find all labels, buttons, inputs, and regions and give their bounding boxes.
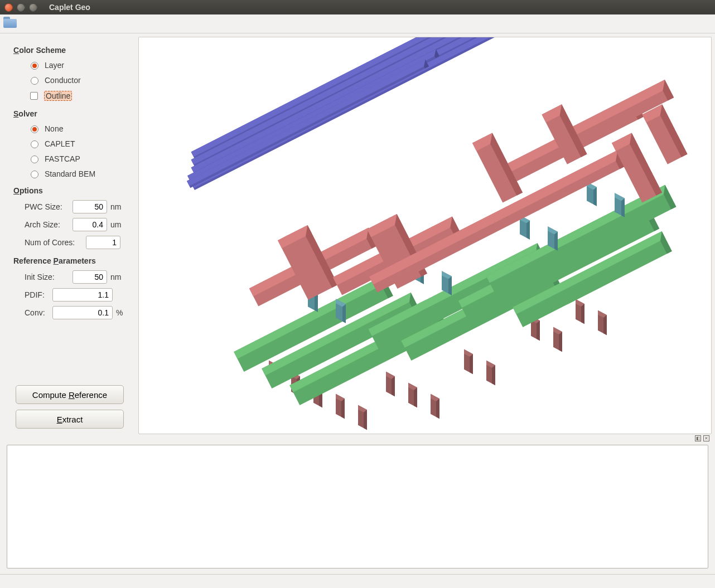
radio-caplet-label: CAPLET <box>45 139 75 148</box>
conv-label: Conv: <box>25 308 49 317</box>
pdif-label: PDIF: <box>25 290 49 299</box>
color-scheme-title: Color Scheme <box>13 46 131 55</box>
window-close-button[interactable] <box>4 3 13 12</box>
extract-button[interactable]: Extract <box>16 410 124 429</box>
pwc-size-unit: nm <box>110 202 121 211</box>
dock-detach-icon[interactable]: ◧ <box>695 435 701 441</box>
window-title: Caplet Geo <box>49 3 90 12</box>
init-size-unit: nm <box>110 273 121 281</box>
pdif-input[interactable] <box>52 288 113 302</box>
radio-none[interactable] <box>31 125 38 133</box>
arch-size-row: Arch Size: um <box>17 216 131 233</box>
outline-checkbox-row[interactable]: Outline <box>17 88 131 104</box>
pdif-row: PDIF: <box>17 286 131 303</box>
radio-stdbem-label: Standard BEM <box>45 169 95 178</box>
layout-3d-render <box>174 73 676 430</box>
conv-input[interactable] <box>52 306 113 319</box>
num-cores-row: Num of Cores: <box>17 234 131 251</box>
conv-unit: % <box>116 308 123 317</box>
init-size-input[interactable] <box>73 270 107 284</box>
solver-stdbem-radio[interactable]: Standard BEM <box>17 167 131 181</box>
window-minimize-button[interactable] <box>17 3 25 12</box>
solver-title: Solver <box>13 109 131 118</box>
outline-checkbox[interactable] <box>30 92 38 100</box>
arch-size-input[interactable] <box>73 218 107 231</box>
arch-size-unit: um <box>110 220 121 229</box>
radio-caplet[interactable] <box>31 140 38 148</box>
open-file-icon[interactable] <box>3 19 17 29</box>
options-title: Options <box>13 186 131 195</box>
color-scheme-conductor-radio[interactable]: Conductor <box>17 73 131 87</box>
solver-fastcap-radio[interactable]: FASTCAP <box>17 152 131 166</box>
3d-viewport[interactable] <box>138 37 712 434</box>
side-panel: Color Scheme Layer Conductor Outline Sol… <box>0 33 138 434</box>
radio-none-label: None <box>45 124 63 133</box>
radio-stdbem[interactable] <box>31 171 38 178</box>
toolbar <box>0 14 715 33</box>
radio-fastcap-label: FASTCAP <box>45 154 80 163</box>
solver-none-radio[interactable]: None <box>17 122 131 135</box>
window-maximize-button[interactable] <box>29 3 37 12</box>
pwc-size-row: PWC Size: nm <box>17 198 131 215</box>
window-titlebar: Caplet Geo <box>0 0 715 14</box>
dock-controls: ◧ ✕ <box>0 434 715 441</box>
radio-layer[interactable] <box>31 62 38 70</box>
radio-conductor-label: Conductor <box>45 76 81 85</box>
color-scheme-layer-radio[interactable]: Layer <box>17 58 131 72</box>
init-size-row: Init Size: nm <box>17 269 131 285</box>
dock-close-icon[interactable]: ✕ <box>703 435 709 441</box>
outline-label: Outline <box>44 91 72 101</box>
solver-caplet-radio[interactable]: CAPLET <box>17 137 131 150</box>
radio-fastcap[interactable] <box>31 155 38 163</box>
num-cores-label: Num of Cores: <box>25 238 83 247</box>
arch-size-label: Arch Size: <box>25 220 69 229</box>
init-size-label: Init Size: <box>25 273 69 281</box>
radio-layer-label: Layer <box>45 61 64 70</box>
log-output[interactable] <box>7 445 708 568</box>
ref-params-title: Reference Parameters <box>13 256 131 265</box>
pwc-size-label: PWC Size: <box>25 202 69 211</box>
pwc-size-input[interactable] <box>73 200 107 213</box>
num-cores-input[interactable] <box>86 236 120 249</box>
radio-conductor[interactable] <box>31 77 38 85</box>
conv-row: Conv: % <box>17 304 131 321</box>
status-bar <box>0 574 715 586</box>
compute-reference-button[interactable]: Compute Reference <box>16 385 124 404</box>
